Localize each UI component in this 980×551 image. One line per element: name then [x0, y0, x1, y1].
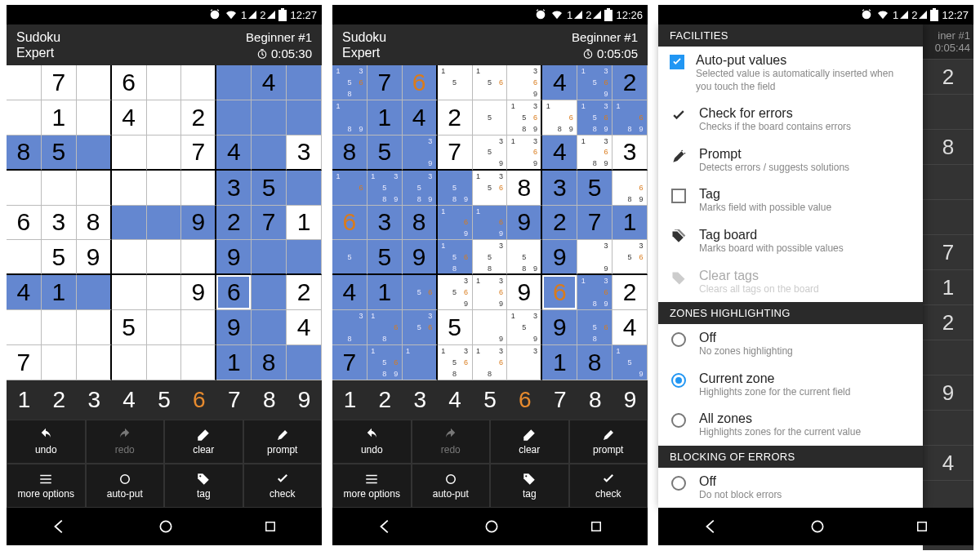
sudoku-cell[interactable]: [112, 240, 147, 275]
number-button-5[interactable]: 5: [147, 380, 182, 420]
sudoku-cell[interactable]: 1: [368, 275, 403, 310]
sudoku-cell[interactable]: 589: [438, 171, 473, 206]
sudoku-cell[interactable]: 4: [287, 310, 322, 345]
undo-button[interactable]: undo: [7, 420, 86, 464]
sudoku-cell[interactable]: 15: [438, 65, 473, 100]
more-options-button[interactable]: more options: [332, 464, 412, 508]
number-button-9[interactable]: 9: [287, 380, 322, 420]
zone-current[interactable]: Current zoneHighlights zone for the curr…: [658, 365, 923, 406]
sudoku-cell[interactable]: [216, 65, 252, 100]
back-icon[interactable]: [51, 518, 69, 535]
sudoku-cell[interactable]: [42, 310, 77, 345]
sudoku-cell[interactable]: 38: [332, 310, 368, 345]
sudoku-cell[interactable]: 3589: [403, 171, 438, 206]
sudoku-cell[interactable]: 568: [577, 310, 612, 345]
sudoku-cell[interactable]: 3: [216, 171, 252, 206]
sudoku-cell[interactable]: 9: [181, 206, 216, 241]
sudoku-cell[interactable]: [147, 65, 182, 100]
sudoku-cell[interactable]: 2: [438, 100, 473, 136]
sudoku-cell[interactable]: 8: [7, 136, 42, 171]
sudoku-cell[interactable]: [147, 275, 182, 310]
sudoku-cell[interactable]: 135689: [507, 100, 542, 136]
sudoku-cell[interactable]: 4: [7, 275, 42, 310]
sudoku-cell[interactable]: 7: [252, 206, 287, 241]
sudoku-cell[interactable]: 1368: [473, 345, 508, 380]
number-button-1[interactable]: 1: [7, 380, 42, 420]
clear-button[interactable]: clear: [490, 420, 569, 464]
sudoku-cell[interactable]: 1: [216, 345, 252, 380]
number-button-9[interactable]: 9: [612, 380, 648, 420]
sudoku-cell[interactable]: [287, 100, 322, 136]
sudoku-cell[interactable]: 156: [473, 65, 508, 100]
sudoku-cell[interactable]: 13568: [438, 345, 473, 380]
sudoku-cell[interactable]: [181, 310, 216, 345]
sudoku-cell[interactable]: 1: [403, 345, 438, 380]
sudoku-cell[interactable]: 4: [403, 100, 438, 136]
sudoku-cell[interactable]: 3: [287, 136, 322, 171]
recents-icon[interactable]: [589, 519, 604, 534]
option-prompt[interactable]: PromptDetects errors / suggests solution…: [658, 140, 923, 181]
number-button-8[interactable]: 8: [252, 380, 287, 420]
sudoku-cell[interactable]: 1: [287, 206, 322, 241]
sudoku-cell[interactable]: [7, 171, 42, 206]
number-button-7[interactable]: 7: [216, 380, 252, 420]
home-icon[interactable]: [809, 518, 826, 535]
prompt-button[interactable]: prompt: [569, 420, 648, 464]
sudoku-cell[interactable]: [42, 171, 77, 206]
sudoku-cell[interactable]: 6: [216, 275, 252, 310]
sudoku-cell[interactable]: 7: [7, 345, 42, 380]
home-icon[interactable]: [158, 518, 174, 535]
zone-off[interactable]: OffNo zones highlighting: [658, 324, 923, 365]
sudoku-cell[interactable]: 356: [403, 310, 438, 345]
number-button-7[interactable]: 7: [542, 380, 577, 420]
sudoku-cell[interactable]: 9: [542, 310, 577, 345]
sudoku-cell[interactable]: [42, 345, 77, 380]
sudoku-cell[interactable]: 5: [42, 136, 77, 171]
sudoku-cell[interactable]: 169: [473, 206, 508, 241]
redo-button[interactable]: redo: [86, 420, 165, 464]
sudoku-cell[interactable]: [77, 275, 112, 310]
sudoku-cell[interactable]: [287, 345, 322, 380]
sudoku-cell[interactable]: [112, 171, 147, 206]
sudoku-cell[interactable]: [287, 171, 322, 206]
sudoku-cell[interactable]: 9: [216, 240, 252, 275]
sudoku-cell[interactable]: 356: [612, 240, 648, 275]
sudoku-cell[interactable]: [181, 345, 216, 380]
sudoku-cell[interactable]: 7: [332, 345, 368, 380]
sudoku-cell[interactable]: [7, 100, 42, 136]
sudoku-cell[interactable]: [112, 275, 147, 310]
sudoku-cell[interactable]: [77, 345, 112, 380]
sudoku-cell[interactable]: [77, 171, 112, 206]
sudoku-cell[interactable]: [7, 310, 42, 345]
sudoku-cell[interactable]: [252, 100, 287, 136]
sudoku-cell[interactable]: 2: [612, 275, 648, 310]
sudoku-cell[interactable]: 5: [42, 240, 77, 275]
sudoku-cell[interactable]: 1689: [612, 100, 648, 136]
sudoku-cell[interactable]: 4: [542, 65, 577, 100]
sudoku-cell[interactable]: 9: [542, 240, 577, 275]
sudoku-cell[interactable]: 5: [368, 136, 403, 171]
sudoku-cell[interactable]: 5: [332, 240, 368, 275]
sudoku-cell[interactable]: 3: [42, 206, 77, 241]
sudoku-cell[interactable]: 7: [577, 206, 612, 241]
sudoku-cell[interactable]: 4: [252, 65, 287, 100]
home-icon[interactable]: [483, 518, 500, 535]
prompt-button[interactable]: prompt: [243, 420, 323, 464]
sudoku-cell[interactable]: 9: [216, 310, 252, 345]
sudoku-cell[interactable]: [216, 100, 252, 136]
recents-icon[interactable]: [915, 519, 929, 534]
redo-button[interactable]: redo: [412, 420, 491, 464]
number-button-1[interactable]: 1: [332, 380, 368, 420]
sudoku-cell[interactable]: 689: [612, 171, 648, 206]
sudoku-cell[interactable]: [252, 240, 287, 275]
sudoku-cell[interactable]: 6: [7, 206, 42, 241]
option-tag[interactable]: TagMarks field with possible value: [658, 180, 923, 221]
sudoku-cell[interactable]: 1: [42, 100, 77, 136]
sudoku-cell[interactable]: [112, 345, 147, 380]
sudoku-cell[interactable]: 13568: [332, 65, 368, 100]
sudoku-cell[interactable]: 3: [612, 136, 648, 171]
sudoku-cell[interactable]: 5: [252, 171, 287, 206]
sudoku-cell[interactable]: 3: [542, 171, 577, 206]
number-button-5[interactable]: 5: [473, 380, 508, 420]
sudoku-cell[interactable]: 16: [332, 171, 368, 206]
